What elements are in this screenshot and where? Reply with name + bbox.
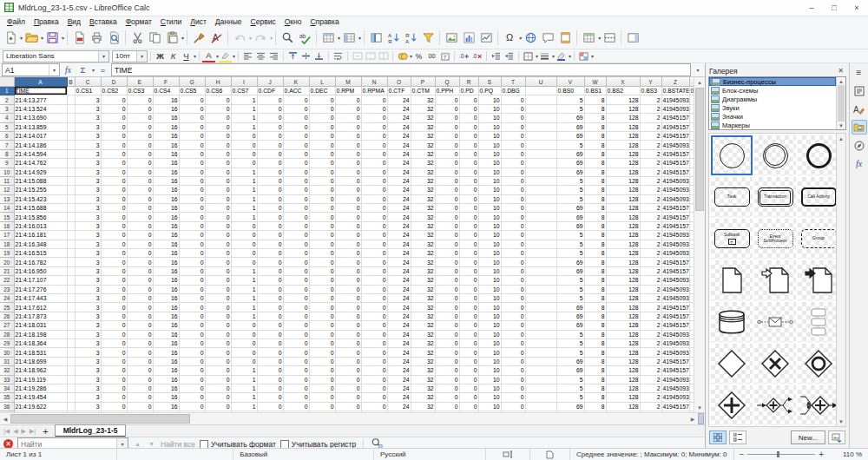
- cell[interactable]: 1: [231, 114, 257, 122]
- sidebar-tab-navigator[interactable]: [852, 138, 867, 153]
- cell[interactable]: 0: [127, 141, 153, 149]
- cell[interactable]: 5: [556, 293, 584, 302]
- cell[interactable]: 0: [435, 176, 459, 185]
- row-header-5[interactable]: 5: [0, 122, 14, 131]
- menu-item-8[interactable]: Сервис: [247, 17, 280, 26]
- cell[interactable]: 10: [478, 95, 501, 104]
- cell[interactable]: 24: [387, 285, 411, 293]
- cell[interactable]: [67, 330, 75, 338]
- cell[interactable]: 0: [257, 393, 283, 402]
- cell[interactable]: 69: [556, 258, 584, 266]
- cell[interactable]: 0: [501, 221, 525, 230]
- cell[interactable]: [67, 231, 75, 240]
- row-header-25[interactable]: 25: [0, 303, 14, 312]
- cell[interactable]: 0: [283, 221, 309, 230]
- cell[interactable]: 32: [411, 176, 435, 185]
- find-all-button[interactable]: Найти все: [161, 440, 195, 449]
- align-bottom-icon[interactable]: [312, 50, 326, 62]
- cell[interactable]: 3: [75, 168, 101, 176]
- cell[interactable]: 24: [387, 159, 411, 168]
- cell[interactable]: 3: [75, 266, 101, 275]
- cell[interactable]: 2: [640, 393, 661, 402]
- cell[interactable]: 0: [179, 303, 205, 312]
- cell[interactable]: 0: [361, 104, 387, 113]
- cell[interactable]: [67, 131, 75, 140]
- cell[interactable]: 0: [459, 194, 478, 203]
- gallery-shape-group[interactable]: Group: [798, 219, 836, 259]
- cell[interactable]: 2: [640, 149, 661, 158]
- cell[interactable]: 0: [283, 141, 309, 149]
- cell[interactable]: [67, 122, 75, 131]
- cell[interactable]: 24: [387, 204, 411, 213]
- cell[interactable]: 8: [584, 366, 606, 375]
- cell[interactable]: [67, 393, 75, 402]
- row-header-23[interactable]: 23: [0, 285, 14, 293]
- cell[interactable]: 0: [309, 357, 335, 365]
- cell[interactable]: 8: [584, 375, 606, 384]
- cell[interactable]: 0: [501, 240, 525, 248]
- number-format-icon[interactable]: 00: [425, 50, 438, 62]
- cell[interactable]: 0: [361, 393, 387, 402]
- cell[interactable]: 10: [478, 312, 501, 320]
- row-header-14[interactable]: 14: [0, 204, 14, 213]
- cell[interactable]: 1: [231, 293, 257, 302]
- cell[interactable]: 0: [101, 330, 127, 338]
- gallery-shape-gateway-parallel[interactable]: [711, 385, 753, 425]
- cell[interactable]: 0: [283, 194, 309, 203]
- cell[interactable]: 0: [309, 402, 335, 411]
- cell[interactable]: 0: [459, 357, 478, 365]
- cell[interactable]: [67, 176, 75, 185]
- cell[interactable]: 69: [556, 321, 584, 330]
- cell[interactable]: 0: [361, 402, 387, 411]
- print-preview-icon[interactable]: [105, 28, 122, 47]
- cell[interactable]: 5: [556, 375, 584, 384]
- cell[interactable]: 10: [478, 221, 501, 230]
- previous-sheet-button[interactable]: ◀: [12, 428, 18, 435]
- cell[interactable]: 3: [75, 276, 101, 285]
- cell[interactable]: 0: [435, 357, 459, 365]
- vertical-scrollbar[interactable]: ▲ ▼: [694, 77, 705, 412]
- cell[interactable]: 0: [435, 141, 459, 149]
- gallery-shape-gateway-exclusive[interactable]: [754, 344, 796, 384]
- cell[interactable]: 0: [501, 186, 525, 194]
- cell[interactable]: 0: [309, 393, 335, 402]
- cell[interactable]: 0: [257, 204, 283, 213]
- cell[interactable]: 41945157: [661, 213, 689, 221]
- cell[interactable]: 0: [361, 141, 387, 149]
- cell[interactable]: 21:4:17.443: [14, 293, 67, 302]
- gallery-shape-data-output[interactable]: [798, 260, 836, 300]
- cell[interactable]: 0: [283, 240, 309, 248]
- cell[interactable]: 8: [584, 384, 606, 392]
- cell[interactable]: 3: [75, 221, 101, 230]
- cell[interactable]: 32: [411, 249, 435, 258]
- cell[interactable]: 1: [231, 384, 257, 392]
- row-header-35[interactable]: 35: [0, 393, 14, 402]
- find-input[interactable]: [18, 440, 116, 449]
- cell[interactable]: [67, 194, 75, 203]
- cell[interactable]: 0: [335, 114, 361, 122]
- theme-scroll-down-arrow[interactable]: ▼: [837, 122, 845, 129]
- cell[interactable]: 0: [435, 303, 459, 312]
- row-header-11[interactable]: 11: [0, 176, 14, 185]
- cell[interactable]: 0.CTF: [387, 87, 411, 95]
- cell[interactable]: 16: [153, 95, 179, 104]
- cell[interactable]: 0.PD: [459, 87, 478, 95]
- cell[interactable]: 0: [309, 114, 335, 122]
- cell[interactable]: 0: [361, 231, 387, 240]
- cell[interactable]: 0: [179, 114, 205, 122]
- cell[interactable]: [67, 338, 75, 347]
- cell[interactable]: 3: [75, 186, 101, 194]
- cell[interactable]: 0.CS5: [179, 87, 205, 95]
- cell[interactable]: 0: [435, 276, 459, 285]
- cell[interactable]: 21:4:18.198: [14, 330, 67, 338]
- cell[interactable]: 3: [75, 176, 101, 185]
- cell[interactable]: 3: [75, 321, 101, 330]
- cell[interactable]: [67, 357, 75, 365]
- cell[interactable]: 8: [584, 204, 606, 213]
- cell[interactable]: 24: [387, 221, 411, 230]
- cell[interactable]: 0: [179, 285, 205, 293]
- cell[interactable]: 0.BS2: [606, 87, 640, 95]
- cell[interactable]: 0: [257, 285, 283, 293]
- cell[interactable]: 3: [75, 194, 101, 203]
- cell[interactable]: 8: [584, 176, 606, 185]
